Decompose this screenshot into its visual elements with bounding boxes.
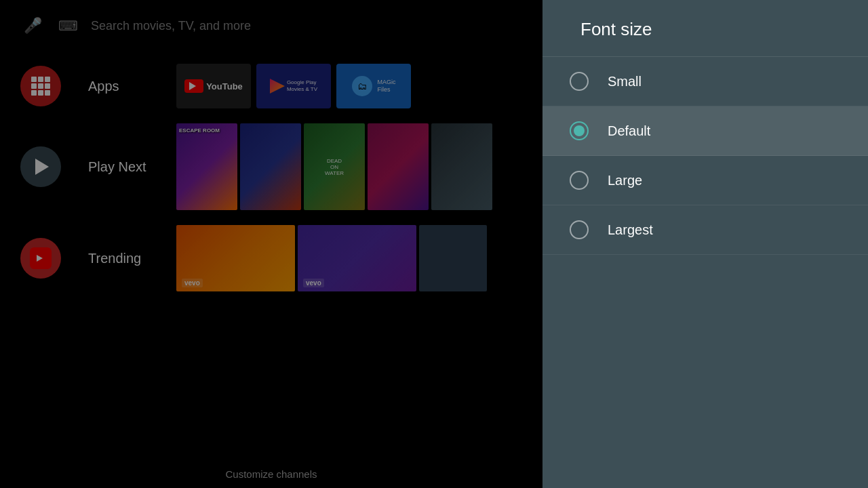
video-thumb-1[interactable]: ESCAPE ROOM <box>176 123 237 210</box>
escape-room-title: ESCAPE ROOM <box>179 127 235 134</box>
video-thumb-2[interactable] <box>240 123 301 210</box>
play-next-thumbnails: ESCAPE ROOM DEADONWATER <box>176 123 492 210</box>
google-play-logo: Google Play Movies & TV <box>270 79 317 94</box>
mic-icon[interactable]: 🎤 <box>20 14 45 38</box>
vevo-badge-1: vevo <box>182 279 203 287</box>
keyboard-icon[interactable]: ⌨ <box>56 14 80 38</box>
radio-largest <box>570 220 589 239</box>
youtube-play-button <box>184 79 203 93</box>
vevo-badge-2: vevo <box>303 279 324 287</box>
play-next-section-icon <box>20 146 61 187</box>
play-icon <box>35 159 49 175</box>
youtube-text: YouTube <box>206 81 243 92</box>
search-placeholder: Search movies, TV, and more <box>91 19 522 33</box>
play-next-section-row: Play Next ESCAPE ROOM DEADONWATER <box>0 118 542 216</box>
magic-files-tile[interactable]: 🗂 MAGicFiles <box>336 64 411 108</box>
tv-home-panel: 🎤 ⌨ Search movies, TV, and more Apps You… <box>0 0 542 488</box>
video-thumb-3[interactable]: DEADONWATER <box>304 123 365 210</box>
youtube-logo: YouTube <box>184 79 243 93</box>
font-option-large[interactable]: Large <box>542 156 868 205</box>
trending-thumb-2[interactable]: vevo <box>298 225 416 291</box>
font-size-panel: Font size Small Default Large Largest <box>542 0 868 488</box>
largest-label: Largest <box>608 222 653 238</box>
large-label: Large <box>608 173 642 188</box>
play-next-label: Play Next <box>88 159 156 175</box>
apps-section-row: Apps YouTube Google Play Movies & TV <box>0 58 542 114</box>
youtube-app-tile[interactable]: YouTube <box>176 64 251 108</box>
trending-section-row: Trending vevo vevo <box>0 220 542 297</box>
default-label: Default <box>608 123 650 139</box>
small-label: Small <box>608 74 642 89</box>
trending-section-icon <box>20 238 61 279</box>
grid-icon <box>31 77 50 96</box>
radio-small <box>570 72 589 91</box>
font-option-small[interactable]: Small <box>542 57 868 106</box>
google-play-tile[interactable]: Google Play Movies & TV <box>256 64 331 108</box>
apps-content: YouTube Google Play Movies & TV <box>176 64 411 108</box>
video-thumb-4[interactable] <box>368 123 429 210</box>
video-thumb-5[interactable] <box>431 123 492 210</box>
radio-large <box>570 171 589 190</box>
font-size-options-list: Small Default Large Largest <box>542 57 868 255</box>
font-option-largest[interactable]: Largest <box>542 205 868 255</box>
trending-thumbnails: vevo vevo <box>176 225 487 291</box>
trending-thumb-1[interactable]: vevo <box>176 225 295 291</box>
apps-section-icon <box>20 66 61 106</box>
radio-default <box>570 121 589 140</box>
customize-channels-text: Customize channels <box>225 468 317 480</box>
customize-channels-bar[interactable]: Customize channels <box>0 460 542 488</box>
youtube-trending-icon <box>30 247 52 269</box>
magic-files-logo: 🗂 MAGicFiles <box>352 76 396 96</box>
search-bar[interactable]: 🎤 ⌨ Search movies, TV, and more <box>0 0 542 52</box>
trending-label: Trending <box>88 251 156 266</box>
font-option-default[interactable]: Default <box>542 106 868 156</box>
font-size-header: Font size <box>542 0 868 57</box>
apps-label: Apps <box>88 79 156 94</box>
trending-thumb-3[interactable] <box>419 225 487 291</box>
font-size-title: Font size <box>580 19 652 39</box>
